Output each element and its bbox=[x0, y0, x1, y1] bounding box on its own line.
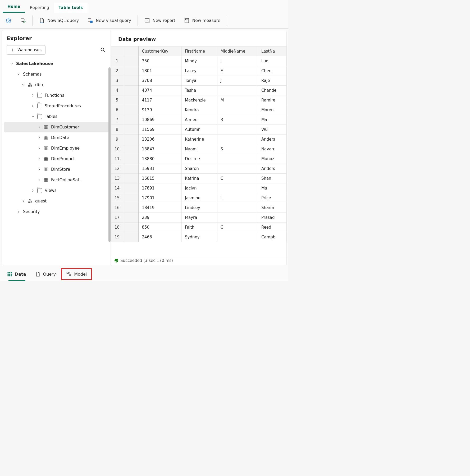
table-row[interactable]: 1417891JaclynMa bbox=[111, 183, 286, 193]
table-cell[interactable] bbox=[123, 115, 139, 125]
bottom-tab-model[interactable]: Model bbox=[62, 269, 90, 279]
table-cell[interactable]: 16815 bbox=[139, 174, 182, 183]
table-row[interactable]: 44074TashaChande bbox=[111, 86, 286, 95]
tree-node-schemas[interactable]: Schemas bbox=[4, 69, 109, 80]
table-cell[interactable]: Reed bbox=[258, 223, 286, 232]
table-row[interactable]: 1316815KatrinaCShan bbox=[111, 174, 286, 183]
table-cell[interactable]: E bbox=[217, 66, 258, 76]
table-row[interactable]: 913206KatherineAnders bbox=[111, 135, 286, 144]
table-cell[interactable] bbox=[123, 183, 139, 193]
table-cell[interactable]: 3 bbox=[111, 76, 123, 86]
tree-node-security[interactable]: Security bbox=[4, 206, 109, 217]
table-cell[interactable]: 17901 bbox=[139, 193, 182, 203]
search-icon[interactable] bbox=[100, 47, 106, 53]
bottom-tab-query[interactable]: Query bbox=[31, 269, 60, 279]
table-cell[interactable]: Kendra bbox=[182, 105, 217, 115]
table-cell[interactable] bbox=[123, 193, 139, 203]
table-cell[interactable] bbox=[123, 135, 139, 144]
table-cell[interactable] bbox=[123, 56, 139, 66]
table-cell[interactable] bbox=[123, 86, 139, 95]
table-cell[interactable]: Ma bbox=[258, 115, 286, 125]
table-cell[interactable]: Shan bbox=[258, 174, 286, 183]
tree-node-views[interactable]: Views bbox=[4, 185, 109, 196]
table-row[interactable]: 18850FaithCReed bbox=[111, 223, 286, 232]
tree-node-tables[interactable]: Tables bbox=[4, 111, 109, 122]
table-cell[interactable]: 13847 bbox=[139, 144, 182, 154]
table-cell[interactable]: Mindy bbox=[182, 56, 217, 66]
table-cell[interactable]: 4 bbox=[111, 86, 123, 95]
table-cell[interactable]: 850 bbox=[139, 223, 182, 232]
table-cell[interactable]: Mackenzie bbox=[182, 95, 217, 105]
table-cell[interactable] bbox=[123, 144, 139, 154]
new-report-button[interactable]: New report bbox=[140, 16, 179, 26]
table-cell[interactable] bbox=[217, 213, 258, 223]
settings-button[interactable] bbox=[2, 16, 15, 26]
table-cell[interactable]: 6 bbox=[111, 105, 123, 115]
table-cell[interactable]: 17891 bbox=[139, 183, 182, 193]
table-cell[interactable]: 1801 bbox=[139, 66, 182, 76]
table-cell[interactable]: Luo bbox=[258, 56, 286, 66]
table-cell[interactable]: 13880 bbox=[139, 154, 182, 164]
table-cell[interactable] bbox=[217, 232, 258, 242]
table-cell[interactable]: 11569 bbox=[139, 125, 182, 135]
column-header[interactable]: CustomerKey bbox=[139, 47, 182, 56]
table-cell[interactable]: S bbox=[217, 144, 258, 154]
table-cell[interactable]: Naomi bbox=[182, 144, 217, 154]
table-cell[interactable]: R bbox=[217, 115, 258, 125]
table-cell[interactable]: Jaclyn bbox=[182, 183, 217, 193]
table-cell[interactable]: J bbox=[217, 56, 258, 66]
table-cell[interactable]: 13 bbox=[111, 174, 123, 183]
table-row[interactable]: 21801LaceyEChen bbox=[111, 66, 286, 76]
table-cell[interactable]: 2 bbox=[111, 66, 123, 76]
table-cell[interactable]: Tasha bbox=[182, 86, 217, 95]
column-header[interactable] bbox=[111, 47, 123, 56]
table-cell[interactable]: L bbox=[217, 193, 258, 203]
table-row[interactable]: 69139KendraMoren bbox=[111, 105, 286, 115]
table-cell[interactable]: Katrina bbox=[182, 174, 217, 183]
table-cell[interactable]: Jasmine bbox=[182, 193, 217, 203]
table-cell[interactable]: 2466 bbox=[139, 232, 182, 242]
tree-node-factonlinesales[interactable]: FactOnlineSal... bbox=[4, 175, 109, 185]
tree-node-dbo[interactable]: dbo bbox=[4, 80, 109, 90]
table-cell[interactable]: 15931 bbox=[139, 164, 182, 174]
table-cell[interactable]: Ma bbox=[258, 183, 286, 193]
table-cell[interactable]: 16 bbox=[111, 203, 123, 213]
tree-node-dimcustomer[interactable]: DimCustomer bbox=[4, 122, 109, 132]
table-row[interactable]: 1013847NaomiSNavarr bbox=[111, 144, 286, 154]
table-cell[interactable]: Munoz bbox=[258, 154, 286, 164]
table-cell[interactable]: 1 bbox=[111, 56, 123, 66]
table-cell[interactable] bbox=[123, 203, 139, 213]
tree-node-dimstore[interactable]: DimStore bbox=[4, 164, 109, 175]
table-cell[interactable]: 11 bbox=[111, 154, 123, 164]
table-cell[interactable]: 3708 bbox=[139, 76, 182, 86]
table-cell[interactable]: 350 bbox=[139, 56, 182, 66]
new-measure-button[interactable]: New measure bbox=[180, 16, 224, 26]
tab-reporting[interactable]: Reporting bbox=[25, 3, 54, 13]
table-cell[interactable]: Desiree bbox=[182, 154, 217, 164]
tree-node-guest[interactable]: guest bbox=[4, 196, 109, 206]
column-header[interactable]: FirstName bbox=[182, 47, 217, 56]
table-cell[interactable] bbox=[123, 232, 139, 242]
table-cell[interactable]: 7 bbox=[111, 115, 123, 125]
table-cell[interactable]: Raje bbox=[258, 76, 286, 86]
table-cell[interactable]: 15 bbox=[111, 193, 123, 203]
table-cell[interactable]: Mayra bbox=[182, 213, 217, 223]
table-row[interactable]: 1350MindyJLuo bbox=[111, 56, 286, 66]
table-cell[interactable]: 13206 bbox=[139, 135, 182, 144]
table-cell[interactable] bbox=[217, 154, 258, 164]
column-header[interactable]: LastNa bbox=[258, 47, 286, 56]
table-row[interactable]: 1215931SharonAnders bbox=[111, 164, 286, 174]
table-cell[interactable] bbox=[217, 183, 258, 193]
table-row[interactable]: 1113880DesireeMunoz bbox=[111, 154, 286, 164]
table-cell[interactable]: Lindsey bbox=[182, 203, 217, 213]
table-row[interactable]: 811569AutumnWu bbox=[111, 125, 286, 135]
table-cell[interactable]: Tonya bbox=[182, 76, 217, 86]
tree-node-dimdate[interactable]: DimDate bbox=[4, 132, 109, 143]
table-cell[interactable] bbox=[123, 164, 139, 174]
table-cell[interactable]: 19 bbox=[111, 232, 123, 242]
table-cell[interactable] bbox=[123, 105, 139, 115]
table-cell[interactable]: Chen bbox=[258, 66, 286, 76]
refresh-button[interactable] bbox=[16, 16, 30, 26]
table-row[interactable]: 710869AimeeRMa bbox=[111, 115, 286, 125]
table-cell[interactable]: 4074 bbox=[139, 86, 182, 95]
